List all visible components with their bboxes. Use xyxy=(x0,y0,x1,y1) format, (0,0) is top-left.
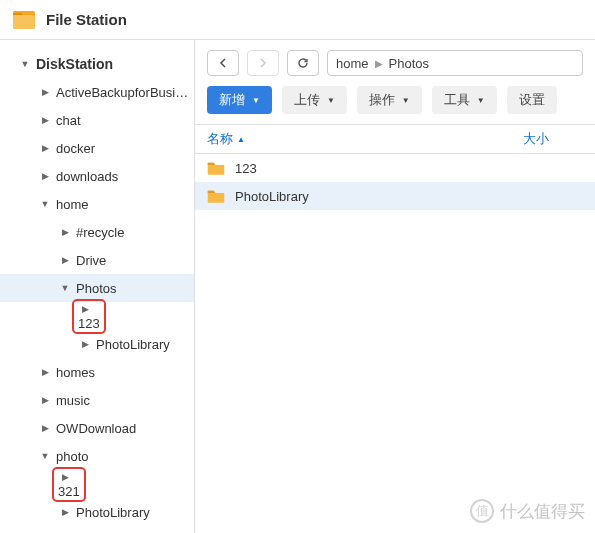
column-size[interactable]: 大小 xyxy=(523,130,583,148)
app-header: File Station xyxy=(0,0,595,40)
tree-label: music xyxy=(56,393,90,408)
caret-down-icon: ▼ xyxy=(477,96,485,105)
chevron-right-icon[interactable]: ▶ xyxy=(38,393,52,407)
breadcrumb-item[interactable]: home xyxy=(336,56,369,71)
tree-label: homes xyxy=(56,365,95,380)
folder-icon xyxy=(207,188,225,204)
watermark: 值 什么值得买 xyxy=(470,499,585,523)
chevron-right-icon[interactable]: ▶ xyxy=(38,85,52,99)
tree-item-owdownload[interactable]: ▶OWDownload xyxy=(0,414,194,442)
action-toolbar: 新增▼ 上传▼ 操作▼ 工具▼ 设置 xyxy=(195,82,595,124)
tree-label: PhotoLibrary xyxy=(96,337,170,352)
watermark-icon: 值 xyxy=(470,499,494,523)
chevron-right-icon[interactable]: ▶ xyxy=(38,169,52,183)
chevron-right-icon[interactable]: ▶ xyxy=(78,337,92,351)
column-headers: 名称▲ 大小 xyxy=(195,124,595,154)
chevron-right-icon[interactable]: ▶ xyxy=(58,470,72,484)
chevron-right-icon[interactable]: ▶ xyxy=(58,253,72,267)
upload-button[interactable]: 上传▼ xyxy=(282,86,347,114)
breadcrumb[interactable]: home ▶ Photos xyxy=(327,50,583,76)
file-list: 123PhotoLibrary xyxy=(195,154,595,210)
content-pane: home ▶ Photos 新增▼ 上传▼ 操作▼ 工具▼ 设置 名称▲ 大小 … xyxy=(195,40,595,533)
folder-tree: ▼ DiskStation ▶ActiveBackupforBusiness▶c… xyxy=(0,40,195,533)
chevron-right-icon[interactable]: ▶ xyxy=(58,505,72,519)
tree-label: docker xyxy=(56,141,95,156)
folder-icon xyxy=(207,160,225,176)
tree-item-music[interactable]: ▶music xyxy=(0,386,194,414)
file-name: PhotoLibrary xyxy=(235,189,309,204)
highlight-box: ▶123 xyxy=(72,299,106,334)
tree-label: photo xyxy=(56,449,89,464)
tree-label: PhotoLibrary xyxy=(76,505,150,520)
tree-label: Drive xyxy=(76,253,106,268)
settings-button[interactable]: 设置 xyxy=(507,86,557,114)
nav-toolbar: home ▶ Photos xyxy=(195,40,595,82)
tree-label: downloads xyxy=(56,169,118,184)
file-row[interactable]: PhotoLibrary xyxy=(195,182,595,210)
chevron-right-icon[interactable]: ▶ xyxy=(58,225,72,239)
new-button[interactable]: 新增▼ xyxy=(207,86,272,114)
tree-label: ActiveBackupforBusiness xyxy=(56,85,194,100)
tree-root-diskstation[interactable]: ▼ DiskStation xyxy=(0,50,194,78)
tree-label: home xyxy=(56,197,89,212)
chevron-right-icon[interactable]: ▶ xyxy=(38,365,52,379)
tree-item-recycle[interactable]: ▶#recycle xyxy=(0,218,194,246)
tree-item-321[interactable]: ▶321 xyxy=(0,470,194,498)
file-station-icon xyxy=(12,8,36,32)
tree-label: Photos xyxy=(76,281,116,296)
tree-label: #recycle xyxy=(76,225,124,240)
tree-label: 123 xyxy=(78,316,100,331)
action-button[interactable]: 操作▼ xyxy=(357,86,422,114)
chevron-down-icon[interactable]: ▼ xyxy=(18,57,32,71)
chevron-right-icon[interactable]: ▶ xyxy=(38,113,52,127)
caret-down-icon: ▼ xyxy=(402,96,410,105)
tree-item-home[interactable]: ▼home xyxy=(0,190,194,218)
chevron-right-icon[interactable]: ▶ xyxy=(38,141,52,155)
caret-down-icon: ▼ xyxy=(327,96,335,105)
tree-label: chat xyxy=(56,113,81,128)
chevron-down-icon[interactable]: ▼ xyxy=(38,197,52,211)
column-name[interactable]: 名称▲ xyxy=(207,130,523,148)
tree-item-homes[interactable]: ▶homes xyxy=(0,358,194,386)
tree-label: OWDownload xyxy=(56,421,136,436)
tree-label: 321 xyxy=(58,484,80,499)
tools-button[interactable]: 工具▼ xyxy=(432,86,497,114)
chevron-right-icon[interactable]: ▶ xyxy=(78,302,92,316)
file-name: 123 xyxy=(235,161,257,176)
forward-button[interactable] xyxy=(247,50,279,76)
tree-label: DiskStation xyxy=(36,56,113,72)
svg-rect-1 xyxy=(13,15,35,29)
highlight-box: ▶321 xyxy=(52,467,86,502)
refresh-button[interactable] xyxy=(287,50,319,76)
chevron-right-icon[interactable]: ▶ xyxy=(38,421,52,435)
chevron-down-icon[interactable]: ▼ xyxy=(58,281,72,295)
sort-asc-icon: ▲ xyxy=(237,135,245,144)
tree-item-photo[interactable]: ▼photo xyxy=(0,442,194,470)
chevron-right-icon: ▶ xyxy=(375,58,383,69)
tree-item-docker[interactable]: ▶docker xyxy=(0,134,194,162)
back-button[interactable] xyxy=(207,50,239,76)
tree-item-photolibrary[interactable]: ▶PhotoLibrary xyxy=(0,330,194,358)
tree-item-123[interactable]: ▶123 xyxy=(0,302,194,330)
breadcrumb-item[interactable]: Photos xyxy=(389,56,429,71)
tree-item-drive[interactable]: ▶Drive xyxy=(0,246,194,274)
caret-down-icon: ▼ xyxy=(252,96,260,105)
file-row[interactable]: 123 xyxy=(195,154,595,182)
tree-item-activebackupforbusiness[interactable]: ▶ActiveBackupforBusiness xyxy=(0,78,194,106)
tree-item-downloads[interactable]: ▶downloads xyxy=(0,162,194,190)
chevron-down-icon[interactable]: ▼ xyxy=(38,449,52,463)
tree-item-chat[interactable]: ▶chat xyxy=(0,106,194,134)
app-title: File Station xyxy=(46,11,127,28)
tree-item-photolibrary[interactable]: ▶PhotoLibrary xyxy=(0,498,194,526)
tree-item-photos[interactable]: ▼Photos xyxy=(0,274,194,302)
